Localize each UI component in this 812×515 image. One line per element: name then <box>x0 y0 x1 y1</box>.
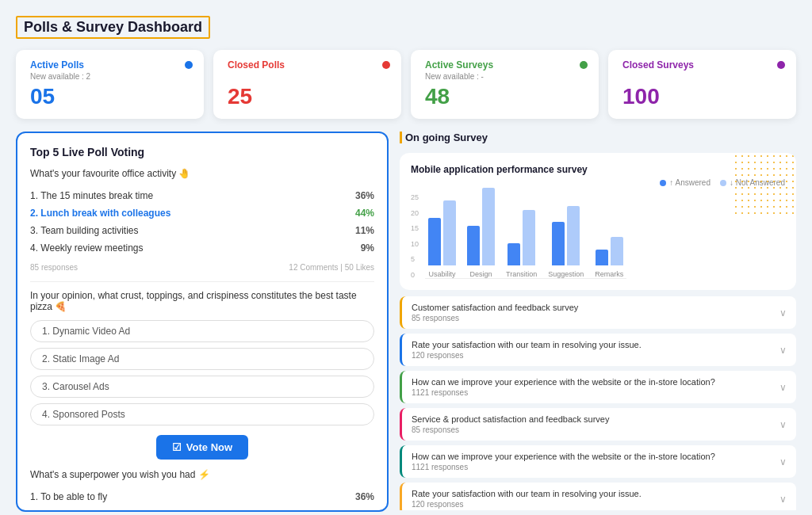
chart-group-transition: Transition <box>506 210 537 278</box>
chevron-down-icon-2: ∨ <box>779 382 787 393</box>
chart-group-usability: Usability <box>428 200 456 278</box>
survey-item-3[interactable]: Service & product satisfaction and feedb… <box>400 408 796 441</box>
poll1-item-2: 2. Lunch break with colleagues 44% <box>30 204 374 222</box>
closed-surveys-value: 100 <box>622 84 782 109</box>
chart-group-design: Design <box>467 188 495 278</box>
active-surveys-value: 48 <box>425 84 584 109</box>
survey-item-0[interactable]: Customer satisfaction and feedback surve… <box>400 296 796 329</box>
legend-answered: ↑ Answered <box>660 178 710 187</box>
chevron-down-icon-5: ∨ <box>779 494 787 505</box>
bar-suggestion-light <box>567 206 580 265</box>
chart-group-remarks: Remarks <box>595 237 623 278</box>
survey-item-5[interactable]: Rate your satisfaction with our team in … <box>400 483 796 510</box>
chevron-down-icon-3: ∨ <box>779 419 787 430</box>
chart-with-yaxis: 2520151050 Usability <box>411 192 785 279</box>
poll1-footer: 85 responses 12 Comments | 50 Likes <box>30 263 374 272</box>
legend-answered-dot <box>660 180 666 186</box>
poll2-option-4[interactable]: 4. Sponsored Posts <box>30 403 374 425</box>
left-panel: Top 5 Live Poll Voting What's your favou… <box>16 132 389 512</box>
chevron-down-icon-4: ∨ <box>779 456 787 467</box>
active-polls-sub: New available : 2 <box>30 72 190 81</box>
poll1-question: What's your favourite office activity 🤚 <box>30 168 374 179</box>
active-polls-dot <box>185 61 193 69</box>
poll1-item-1: 1. The 15 minutes break time 36% <box>30 187 374 204</box>
poll2-question: In your opinion, what crust, toppings, a… <box>30 290 374 312</box>
closed-polls-value: 25 <box>228 84 387 109</box>
chart-title: Mobile application performance survey <box>411 164 785 175</box>
stat-active-polls: Active Polls New available : 2 05 <box>16 50 204 119</box>
poll3-item-2: 2. Have the ability to breathe under wat… <box>30 505 374 512</box>
dots-decoration <box>733 153 796 216</box>
closed-polls-label: Closed Polls <box>228 59 387 71</box>
dashboard-title: Polls & Survey Dashboard <box>16 16 210 39</box>
bar-usability-dark <box>428 218 441 265</box>
right-panel: On going Survey Mobile application perfo… <box>400 132 796 512</box>
chevron-down-icon-0: ∨ <box>779 307 787 319</box>
closed-polls-sub <box>228 72 387 81</box>
vote-button[interactable]: ☑ Vote Now <box>156 435 248 460</box>
active-polls-label: Active Polls <box>30 59 190 71</box>
survey-list: Customer satisfaction and feedback surve… <box>400 296 796 510</box>
active-polls-value: 05 <box>30 84 190 109</box>
right-panel-title: On going Survey <box>400 132 796 143</box>
poll1-item-3: 3. Team building activities 11% <box>30 222 374 239</box>
chevron-down-icon-1: ∨ <box>779 345 787 356</box>
active-surveys-dot <box>580 61 588 69</box>
bar-suggestion-dark <box>552 222 565 265</box>
closed-surveys-sub <box>622 72 782 81</box>
poll2-option-3[interactable]: 3. Carousel Ads <box>30 376 374 398</box>
bar-remarks-dark <box>596 250 608 265</box>
bar-design-light <box>482 188 495 265</box>
survey-item-4[interactable]: How can we improve your experience with … <box>400 445 796 478</box>
active-surveys-sub: New available : - <box>425 72 584 81</box>
survey-item-2[interactable]: How can we improve your experience with … <box>400 371 796 403</box>
stat-closed-polls: Closed Polls 25 <box>213 50 401 119</box>
bar-design-dark <box>467 226 480 265</box>
active-surveys-label: Active Surveys <box>425 59 584 71</box>
chart-legend: ↑ Answered ↓ Not Answered <box>411 178 785 187</box>
bar-transition-dark <box>508 243 520 265</box>
poll3-item-1: 1. To be able to fly 36% <box>30 488 374 505</box>
poll1-item-4: 4. Weekly review meetings 9% <box>30 239 374 257</box>
left-panel-title: Top 5 Live Poll Voting <box>30 146 374 158</box>
poll2-option-2[interactable]: 2. Static Image Ad <box>30 348 374 370</box>
closed-surveys-dot <box>777 61 785 69</box>
chart-container: Mobile application performance survey ↑ … <box>400 153 796 290</box>
poll2-option-1[interactable]: 1. Dynamic Video Ad <box>30 320 374 342</box>
chart-group-suggestion: Suggestion <box>548 206 584 278</box>
y-axis: 2520151050 <box>411 192 422 279</box>
vote-icon: ☑ <box>172 441 182 453</box>
bar-usability-light <box>443 200 456 265</box>
legend-not-answered-dot <box>720 180 726 186</box>
main-row: Top 5 Live Poll Voting What's your favou… <box>16 132 796 512</box>
stat-closed-surveys: Closed Surveys 100 <box>608 50 796 119</box>
poll3-question: What's a superpower you wish you had ⚡ <box>30 469 374 480</box>
closed-polls-dot <box>382 61 390 69</box>
stats-row: Active Polls New available : 2 05 Closed… <box>16 50 796 119</box>
bar-transition-light <box>523 210 535 265</box>
survey-item-1[interactable]: Rate your satisfaction with our team in … <box>400 334 796 366</box>
stat-active-surveys: Active Surveys New available : - 48 <box>411 50 599 119</box>
bar-remarks-light <box>611 237 623 265</box>
divider-1 <box>30 281 374 282</box>
chart-area: Usability Design Tra <box>425 192 626 279</box>
closed-surveys-label: Closed Surveys <box>622 59 782 71</box>
